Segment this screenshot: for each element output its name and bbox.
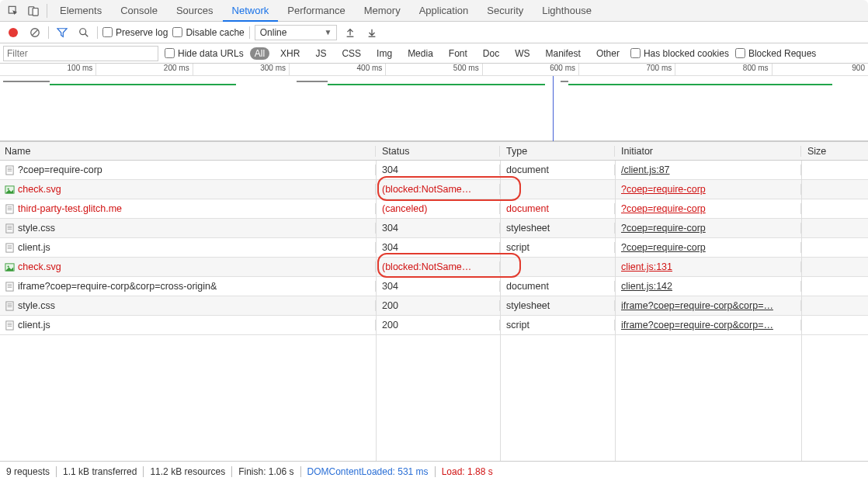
filter-chip-ws[interactable]: WS [510, 47, 534, 60]
svg-point-28 [8, 265, 9, 267]
timeline-tick: 300 ms [193, 64, 289, 75]
status-resources: 11.2 kB resources [150, 466, 225, 477]
clear-button[interactable] [26, 24, 43, 41]
network-toolbar: Preserve log Disable cache Online ▼ [0, 22, 868, 43]
timeline-tick: 100 ms [0, 64, 95, 75]
filter-chip-media[interactable]: Media [403, 47, 438, 60]
record-button[interactable] [5, 24, 22, 41]
col-header-initiator[interactable]: Initiator [615, 146, 801, 157]
status-bar: 9 requests 1.1 kB transferred 11.2 kB re… [0, 461, 868, 481]
col-header-name[interactable]: Name [0, 146, 376, 157]
request-status: 304 [376, 164, 500, 175]
timeline-tick: 800 ms [675, 64, 771, 75]
request-status: 200 [376, 300, 500, 311]
request-initiator[interactable]: /client.js:87 [621, 164, 670, 175]
tab-performance[interactable]: Performance [278, 0, 354, 22]
col-header-type[interactable]: Type [500, 146, 615, 157]
timeline-tick: 900 [772, 64, 868, 75]
upload-har-icon[interactable] [342, 24, 359, 41]
devtools-tabbar: Elements Console Sources Network Perform… [0, 0, 868, 22]
filter-chip-xhr[interactable]: XHR [276, 47, 304, 60]
filter-chip-doc[interactable]: Doc [478, 47, 504, 60]
request-name: style.css [18, 223, 55, 234]
svg-point-14 [8, 188, 9, 189]
request-type: script [500, 320, 615, 330]
request-name: check.svg [18, 261, 61, 272]
request-initiator[interactable]: client.js:131 [621, 261, 672, 272]
col-header-status[interactable]: Status [376, 146, 500, 157]
table-row[interactable]: check.svg(blocked:NotSame…client.js:131 [0, 258, 868, 277]
request-name: style.css [18, 300, 55, 311]
separator [97, 26, 98, 39]
blocked-requests-label: Blocked Reques [748, 48, 816, 59]
tab-console[interactable]: Console [111, 0, 167, 22]
table-row[interactable]: client.js200scriptiframe?coep=require-co… [0, 316, 868, 335]
tab-lighthouse[interactable]: Lighthouse [533, 0, 601, 22]
search-icon[interactable] [75, 24, 92, 41]
tab-security[interactable]: Security [477, 0, 533, 22]
waterfall [0, 76, 868, 141]
request-name: client.js [18, 320, 50, 330]
tab-sources[interactable]: Sources [167, 0, 223, 22]
tab-network[interactable]: Network [223, 0, 279, 22]
request-name: client.js [18, 242, 50, 253]
request-status: (blocked:NotSame… [376, 261, 500, 272]
timeline-tick: 500 ms [385, 64, 481, 75]
separator [249, 26, 250, 39]
table-row[interactable]: third-party-test.glitch.me(canceled)docu… [0, 199, 868, 219]
has-blocked-cookies-checkbox[interactable]: Has blocked cookies [630, 48, 729, 59]
request-initiator[interactable]: ?coep=require-corp [621, 242, 706, 253]
filter-chip-js[interactable]: JS [311, 47, 331, 60]
hide-data-urls-checkbox[interactable]: Hide data URLs [165, 48, 244, 59]
col-header-size[interactable]: Size [801, 146, 868, 157]
filter-chip-css[interactable]: CSS [337, 47, 366, 60]
tab-memory[interactable]: Memory [355, 0, 410, 22]
filter-chip-all[interactable]: All [250, 47, 269, 60]
table-row[interactable]: client.js304script?coep=require-corp [0, 238, 868, 258]
filter-chip-other[interactable]: Other [592, 47, 624, 60]
preserve-log-checkbox[interactable]: Preserve log [102, 27, 168, 38]
status-domcontentloaded: DOMContentLoaded: 531 ms [307, 466, 429, 477]
throttle-select[interactable]: Online ▼ [255, 25, 338, 40]
request-table-header: Name Status Type Initiator Size [0, 141, 868, 161]
request-initiator[interactable]: ?coep=require-corp [621, 184, 706, 195]
filter-chip-font[interactable]: Font [444, 47, 472, 60]
blocked-requests-checkbox[interactable]: Blocked Reques [735, 48, 816, 59]
svg-rect-37 [6, 320, 13, 329]
disable-cache-checkbox[interactable]: Disable cache [172, 27, 244, 38]
table-row[interactable]: ?coep=require-corp304document/client.js:… [0, 161, 868, 180]
table-row[interactable]: iframe?coep=require-corp&corp=cross-orig… [0, 277, 868, 296]
table-row[interactable]: check.svg(blocked:NotSame…?coep=require-… [0, 180, 868, 199]
svg-rect-29 [6, 282, 13, 290]
tab-elements[interactable]: Elements [50, 0, 111, 22]
request-initiator[interactable]: iframe?coep=require-corp&corp=… [621, 320, 773, 330]
download-har-icon[interactable] [363, 24, 380, 41]
request-table: ?coep=require-corp304document/client.js:… [0, 161, 868, 461]
filter-chip-img[interactable]: Img [372, 47, 397, 60]
request-initiator[interactable]: client.js:142 [621, 281, 672, 292]
table-row[interactable]: style.css304stylesheet?coep=require-corp [0, 219, 868, 238]
filter-icon[interactable] [54, 24, 71, 41]
request-initiator[interactable]: ?coep=require-corp [621, 223, 706, 234]
status-requests: 9 requests [6, 466, 50, 477]
filter-input[interactable] [3, 46, 158, 61]
request-type: document [500, 164, 615, 175]
disable-cache-label: Disable cache [186, 27, 244, 38]
svg-rect-9 [6, 165, 13, 174]
filter-chip-manifest[interactable]: Manifest [541, 47, 585, 60]
timeline-overview[interactable]: 100 ms 200 ms 300 ms 400 ms 500 ms 600 m… [0, 64, 868, 141]
inspect-icon[interactable] [3, 1, 23, 21]
request-status: 304 [376, 223, 500, 234]
request-type: stylesheet [500, 223, 615, 234]
device-toggle-icon[interactable] [23, 1, 43, 21]
tab-application[interactable]: Application [410, 0, 478, 22]
svg-point-5 [80, 28, 86, 34]
svg-rect-15 [6, 204, 13, 213]
table-row[interactable]: style.css200stylesheetiframe?coep=requir… [0, 296, 868, 316]
timeline-tick: 400 ms [289, 64, 385, 75]
request-initiator[interactable]: iframe?coep=require-corp&corp=… [621, 300, 773, 311]
request-initiator[interactable]: ?coep=require-corp [621, 203, 706, 214]
filter-bar: Hide data URLs All XHR JS CSS Img Media … [0, 43, 868, 64]
svg-rect-33 [6, 301, 13, 310]
throttle-value: Online [260, 27, 287, 38]
